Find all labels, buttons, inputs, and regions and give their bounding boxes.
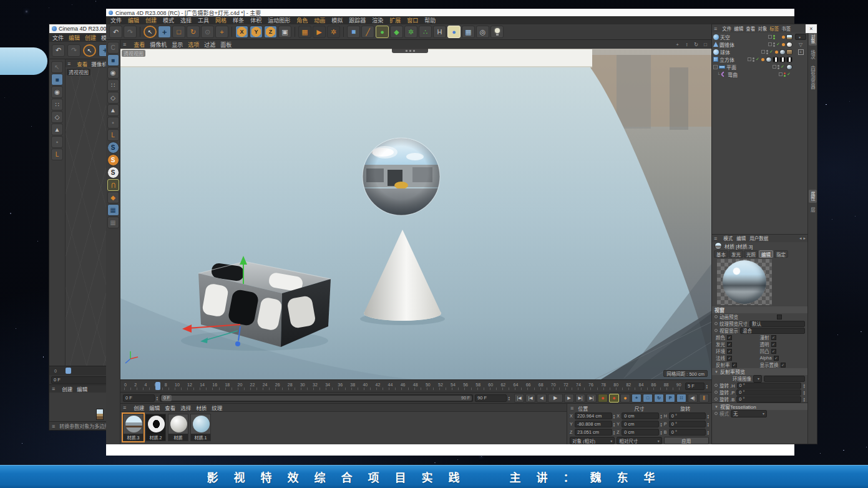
hamburger-icon[interactable]: ≡: [123, 41, 126, 47]
timeline-playhead[interactable]: [155, 382, 160, 390]
menu-item-文件[interactable]: 文件: [722, 25, 731, 32]
metaball-icon[interactable]: ●: [447, 26, 461, 38]
editor-display-dropdown[interactable]: 混合: [740, 328, 805, 334]
goto-next-key-button[interactable]: ▶|: [575, 394, 585, 403]
tab-内容浏览器[interactable]: 内容浏览器: [809, 64, 817, 91]
visibility-dots[interactable]: [773, 42, 775, 47]
orbit-icon[interactable]: ↻: [693, 42, 700, 47]
channel-checkbox[interactable]: ✓: [727, 349, 732, 354]
size-y-field[interactable]: 0 cm: [622, 421, 659, 427]
menu-item-角色[interactable]: 角色: [296, 16, 308, 24]
material-tag-photo[interactable]: [786, 49, 792, 55]
environment-image-field[interactable]: [764, 376, 805, 382]
keyable-circle-icon[interactable]: [714, 398, 718, 401]
keyable-circle-icon[interactable]: [714, 384, 718, 387]
uv-mode-icon[interactable]: ▪: [51, 136, 63, 148]
end-frame-field[interactable]: 90 F: [475, 394, 507, 402]
menu-item-样条[interactable]: 样条: [233, 16, 244, 24]
rotation-b-field[interactable]: 0 °: [669, 429, 706, 436]
undo-icon[interactable]: ↶: [109, 26, 122, 38]
free-modeling-icon[interactable]: ⊙: [201, 26, 214, 38]
channel-checkbox[interactable]: ✓: [727, 342, 732, 347]
timeline-range-slider[interactable]: 0 F 90 F: [160, 394, 473, 402]
menu-item-创建[interactable]: 创建: [134, 404, 144, 411]
animate-preview-checkbox[interactable]: [777, 315, 782, 320]
spline-boolean-icon[interactable]: H: [433, 26, 446, 38]
edge-mode-icon[interactable]: ◇: [107, 92, 119, 104]
channel-tab-发光[interactable]: 发光: [729, 250, 743, 258]
object-row-弯曲[interactable]: └弯曲✓: [712, 71, 794, 78]
key-parameter-button[interactable]: P: [665, 394, 675, 403]
material-preview[interactable]: [717, 259, 772, 305]
enable-axis-icon[interactable]: L: [51, 149, 63, 160]
material-tag-chrome[interactable]: [779, 49, 786, 55]
menu-item-动画[interactable]: 动画: [314, 16, 325, 24]
hamburger-icon[interactable]: ≡: [123, 404, 126, 411]
layer-box-icon[interactable]: [748, 57, 751, 61]
timeline-ruler[interactable]: 0246810121416182022242628303234363840424…: [120, 379, 711, 392]
panel-options-icon[interactable]: ▸: [803, 236, 806, 241]
tessellation-mode-dropdown[interactable]: 无▾: [731, 410, 767, 417]
hamburger-icon[interactable]: ≡: [570, 405, 573, 412]
enabled-check-icon[interactable]: ✓: [769, 49, 774, 54]
menu-item-查看[interactable]: 查看: [165, 404, 175, 411]
visibility-dots[interactable]: [773, 35, 775, 39]
material-tile-材质.2[interactable]: 材质.2: [145, 414, 166, 441]
menu-item-创建[interactable]: 创建: [85, 34, 96, 42]
mograph-icon[interactable]: ▦: [462, 26, 475, 38]
menu-item-书签[interactable]: 书签: [781, 25, 791, 32]
menu-item-过滤[interactable]: 过滤: [204, 41, 215, 49]
make-editable-icon[interactable]: C: [107, 42, 119, 54]
enabled-check-icon[interactable]: ✓: [756, 57, 760, 62]
polygon-mode-icon[interactable]: ▲: [107, 104, 119, 116]
reflectance-preview-header[interactable]: ▼ 反射率预览: [712, 368, 807, 375]
goto-start-button[interactable]: |◀: [514, 394, 524, 403]
key-rotation-button[interactable]: ↻: [654, 394, 664, 403]
snap-grid-icon[interactable]: ▦: [107, 217, 119, 228]
increment-spinner[interactable]: ▴▾: [706, 384, 708, 389]
enable-axis-icon[interactable]: L: [107, 129, 119, 141]
material-tag-chrome[interactable]: [786, 64, 792, 70]
menu-item-运动图形[interactable]: 运动图形: [268, 16, 290, 24]
polygon-mode-icon[interactable]: ▲: [51, 124, 63, 135]
object-filter-dropdown[interactable]: ▾: [795, 34, 806, 40]
camera-icon[interactable]: ◎: [476, 26, 489, 38]
keyable-circle-icon[interactable]: [714, 412, 718, 415]
keyable-circle-icon[interactable]: [714, 315, 718, 318]
phong-tag-icon[interactable]: [761, 58, 764, 61]
menu-item-编辑[interactable]: 编辑: [69, 34, 80, 42]
viewport-section-header[interactable]: 视窗: [712, 306, 807, 313]
close-icon[interactable]: ×: [806, 24, 817, 33]
rotation-p-field[interactable]: 0 °: [669, 421, 706, 427]
object-row-平面[interactable]: –平面✓: [712, 63, 794, 71]
range-end-label[interactable]: 90 F: [461, 396, 470, 400]
dolly-icon[interactable]: ↕: [683, 42, 690, 47]
current-frame-spinner[interactable]: ▴▾: [156, 396, 158, 401]
point-mode-icon[interactable]: ∷: [107, 79, 119, 91]
environment-image-dropdown[interactable]: ▾: [753, 375, 762, 383]
menu-item-模拟[interactable]: 模拟: [331, 16, 343, 24]
tab-对象[interactable]: 对象: [809, 32, 817, 46]
history-back-icon[interactable]: ◂: [799, 236, 802, 241]
enabled-check-icon[interactable]: ✓: [776, 42, 781, 47]
live-selection-icon[interactable]: ↖: [51, 61, 63, 73]
prev-frame-button[interactable]: ◀: [537, 394, 547, 403]
tab-场次[interactable]: 场次: [809, 48, 817, 61]
enabled-check-icon[interactable]: ✓: [781, 64, 785, 69]
menu-item-模式[interactable]: 模式: [723, 235, 733, 242]
phong-tag-icon[interactable]: [775, 51, 778, 54]
material-tag-chrome[interactable]: [766, 57, 772, 62]
menu-item-材质[interactable]: 材质: [196, 404, 207, 411]
channel-checkbox[interactable]: ✓: [771, 342, 776, 347]
layer-box-icon[interactable]: [779, 72, 783, 76]
position-y-field[interactable]: -80.808 cm: [575, 421, 612, 427]
menu-item-选择[interactable]: 选择: [180, 404, 191, 411]
material-tag-sky[interactable]: [786, 34, 792, 40]
hamburger-icon[interactable]: ≡: [67, 61, 71, 67]
end-frame-spinner[interactable]: ▴▾: [508, 396, 510, 401]
keyable-circle-icon[interactable]: [714, 391, 718, 394]
menu-item-面板[interactable]: 面板: [220, 41, 232, 49]
lock-x-icon[interactable]: X: [235, 26, 248, 38]
layer-box-icon[interactable]: [761, 50, 765, 54]
layer-box-icon[interactable]: [768, 35, 772, 39]
